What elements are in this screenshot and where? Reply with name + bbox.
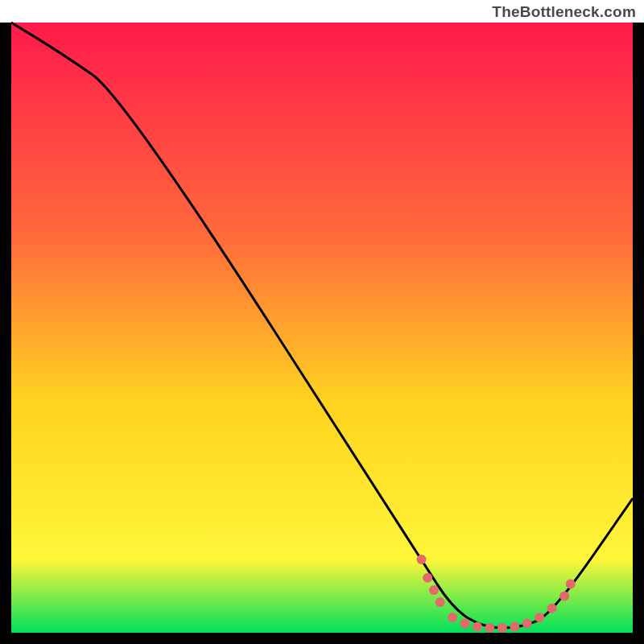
curve-marker bbox=[473, 621, 482, 631]
curve-marker bbox=[417, 555, 427, 564]
curve-marker bbox=[436, 597, 445, 607]
frame-right bbox=[633, 23, 644, 644]
curve-marker bbox=[547, 604, 557, 613]
curve-marker bbox=[429, 585, 439, 595]
curve-marker bbox=[497, 623, 507, 633]
curve-marker bbox=[535, 613, 544, 622]
plot-background bbox=[11, 23, 633, 633]
curve-marker bbox=[566, 579, 576, 588]
frame-bottom bbox=[0, 633, 644, 644]
attribution-text: TheBottleneck.com bbox=[492, 3, 636, 21]
curve-marker bbox=[423, 573, 432, 583]
curve-marker bbox=[485, 623, 494, 633]
curve-marker bbox=[522, 619, 532, 629]
curve-marker bbox=[460, 619, 470, 629]
curve-marker bbox=[559, 592, 569, 601]
curve-marker bbox=[510, 621, 519, 631]
chart-container: TheBottleneck.com bbox=[0, 0, 644, 644]
frame-left bbox=[0, 23, 11, 644]
bottleneck-chart bbox=[0, 0, 644, 644]
curve-marker bbox=[448, 613, 457, 622]
